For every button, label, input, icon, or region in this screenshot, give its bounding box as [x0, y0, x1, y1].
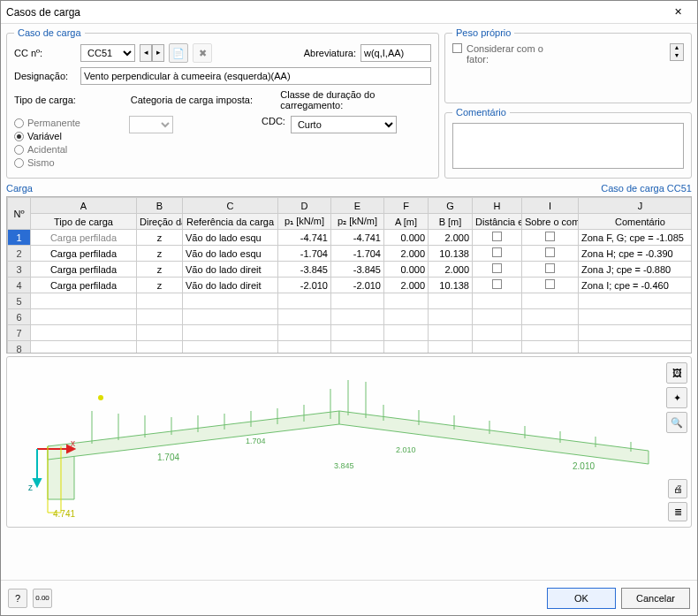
- load-case-legend: Caso de carga: [14, 27, 85, 38]
- dialog-footer: ? 0.00 OK Cancelar: [1, 580, 697, 615]
- comment-group: Comentário: [444, 107, 692, 179]
- checkbox[interactable]: [492, 232, 502, 241]
- comment-legend: Comentário: [452, 107, 510, 118]
- table-row[interactable]: 6: [8, 309, 693, 325]
- titlebar: Casos de carga ✕: [1, 1, 697, 24]
- view-axis-button[interactable]: ✦: [666, 387, 687, 408]
- checkbox[interactable]: [492, 279, 502, 289]
- view-zoom-button[interactable]: 🔍: [666, 412, 687, 433]
- imposed-category-select: [129, 116, 173, 133]
- duration-class-label: Classe de duração do carregamento:: [280, 89, 431, 110]
- loads-table[interactable]: Nº A B C D E F G H I J Tipo de carga: [7, 197, 692, 354]
- self-weight-legend: Peso próprio: [452, 27, 514, 38]
- delete-icon: ✖: [199, 48, 207, 59]
- val-4741: 4.741: [53, 509, 75, 519]
- self-weight-group: Peso próprio Considerar com o fator: ▲▼: [444, 27, 692, 103]
- val-2010a: 2.010: [396, 445, 416, 454]
- window-title: Casos de carga: [6, 6, 664, 19]
- loads-table-wrap: Nº A B C D E F G H I J Tipo de carga: [6, 196, 692, 354]
- table-row[interactable]: 1Carga perfiladazVão do lado esqu-4.741-…: [8, 230, 693, 246]
- cc-select[interactable]: CC51: [80, 44, 135, 62]
- val-3845: 3.845: [334, 461, 354, 470]
- table-row[interactable]: 4Carga perfiladazVão do lado direit-2.01…: [8, 278, 693, 293]
- comment-textarea[interactable]: [452, 123, 684, 169]
- cancel-button[interactable]: Cancelar: [621, 588, 690, 609]
- checkbox[interactable]: [492, 263, 502, 273]
- load-case-group: Caso de carga CC nº: CC51 ◂ ▸ 📄 ✖ Abrevi…: [6, 27, 439, 179]
- loads-header-left: Carga: [6, 183, 601, 194]
- new-loadcase-button[interactable]: 📄: [169, 43, 188, 63]
- cc-next-button[interactable]: ▸: [152, 44, 164, 62]
- cdc-label: CDC:: [262, 116, 285, 126]
- view-snapshot-button[interactable]: 🖼: [666, 362, 687, 384]
- help-button[interactable]: ?: [8, 589, 27, 608]
- svg-marker-2: [339, 411, 649, 464]
- cc-label: CC nº:: [14, 48, 76, 58]
- ok-button[interactable]: OK: [547, 588, 616, 609]
- checkbox[interactable]: [545, 232, 555, 241]
- val-1704b: 1.704: [246, 437, 266, 445]
- factor-spinner[interactable]: ▲▼: [670, 43, 684, 61]
- checkbox[interactable]: [492, 247, 502, 257]
- table-row[interactable]: 2Carga perfiladazVão do lado esqu-1.704-…: [8, 246, 693, 262]
- list-button[interactable]: ≣: [668, 502, 687, 521]
- checkbox[interactable]: [545, 279, 555, 289]
- cc-prev-button[interactable]: ◂: [140, 44, 152, 62]
- preview-pane: x z 4.741 1.704 1.704 3.845 2.010 2.010 …: [6, 356, 692, 528]
- beam-diagram: [12, 362, 657, 523]
- print-button[interactable]: 🖨: [668, 479, 687, 498]
- new-icon: 📄: [172, 48, 185, 59]
- radio-sismo[interactable]: Sismo: [14, 157, 120, 168]
- val-2010b: 2.010: [573, 461, 595, 471]
- consider-factor-label: Considerar com o fator:: [467, 43, 555, 65]
- loads-header-right: Caso de carga CC51: [601, 183, 692, 194]
- radio-variavel[interactable]: Variável: [14, 131, 120, 141]
- radio-permanente[interactable]: Permanente: [14, 118, 120, 128]
- delete-loadcase-button[interactable]: ✖: [193, 43, 212, 63]
- load-cases-dialog: Casos de carga ✕ Caso de carga CC nº: CC…: [0, 0, 698, 616]
- designation-input[interactable]: [80, 67, 431, 85]
- svg-point-27: [98, 395, 103, 400]
- val-1704a: 1.704: [157, 452, 179, 462]
- axis-x-label: x: [71, 438, 75, 448]
- radio-acidental[interactable]: Acidental: [14, 144, 120, 155]
- checkbox[interactable]: [545, 247, 555, 257]
- abbrev-label: Abreviatura:: [304, 48, 356, 58]
- table-row[interactable]: 5: [8, 293, 693, 309]
- abbrev-input[interactable]: [360, 44, 431, 62]
- load-type-label: Tipo de carga:: [14, 95, 106, 105]
- units-button[interactable]: 0.00: [33, 589, 52, 608]
- axis-z-label: z: [28, 483, 33, 492]
- col-num: Nº: [8, 198, 31, 230]
- table-row[interactable]: 3Carga perfiladazVão do lado direit-3.84…: [8, 262, 693, 278]
- table-row[interactable]: 8: [8, 341, 693, 354]
- table-row[interactable]: 7: [8, 325, 693, 341]
- consider-factor-checkbox[interactable]: [452, 43, 462, 53]
- imposed-category-label: Categoria de carga imposta:: [131, 95, 256, 105]
- svg-marker-26: [34, 479, 41, 486]
- designation-label: Designação:: [14, 71, 76, 81]
- cdc-select[interactable]: Curto: [291, 116, 397, 133]
- loads-header: Carga Caso de carga CC51: [6, 183, 692, 194]
- close-icon[interactable]: ✕: [664, 4, 692, 21]
- checkbox[interactable]: [545, 263, 555, 273]
